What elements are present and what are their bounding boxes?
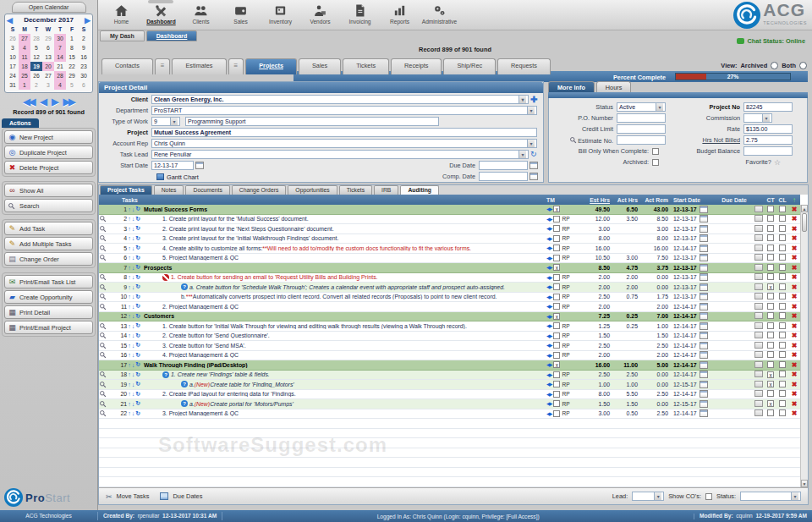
- tm-checkbox[interactable]: [553, 332, 560, 339]
- add-client-icon[interactable]: ✚: [530, 95, 537, 104]
- create-opportunity-button[interactable]: ▰Create Opportunity: [4, 290, 93, 304]
- move-up-icon[interactable]: ↑: [128, 410, 131, 416]
- task-row[interactable]: 4↑↓↻3. Create print layout for the 'Init…: [99, 234, 800, 245]
- chevron-down-icon[interactable]: ▾: [518, 96, 526, 103]
- delete-task-icon[interactable]: ✖: [788, 293, 800, 300]
- ct-checkbox[interactable]: x: [767, 283, 774, 290]
- calendar-day[interactable]: 2: [30, 80, 42, 90]
- cl-checkbox[interactable]: [779, 361, 786, 368]
- calendar-day[interactable]: 25: [19, 71, 30, 80]
- calendar-day[interactable]: 8: [66, 43, 78, 52]
- calendar-day[interactable]: 15: [66, 52, 78, 62]
- cl-checkbox[interactable]: [779, 245, 786, 251]
- calendar-day[interactable]: 3: [42, 80, 54, 90]
- hrs-not-billed-label[interactable]: Hrs Not Billed: [678, 136, 743, 144]
- calendar-icon[interactable]: [700, 342, 708, 349]
- task-detail-button[interactable]: [754, 245, 763, 251]
- calendar-day[interactable]: 30: [78, 71, 90, 80]
- nav-clients[interactable]: Clients: [181, 2, 221, 25]
- move-up-icon[interactable]: ↑: [128, 323, 131, 329]
- task-row[interactable]: 10↑↓↻b. ***Automatically converts prospe…: [99, 293, 800, 303]
- task-detail-button[interactable]: [754, 254, 763, 261]
- task-row[interactable]: 21↑↓↻?a. (New) Create portal for 'Motors…: [99, 399, 800, 409]
- calendar-icon[interactable]: [700, 245, 708, 252]
- ct-checkbox[interactable]: x: [767, 400, 774, 407]
- cl-checkbox[interactable]: [779, 400, 786, 407]
- task-row[interactable]: 2↑↓↻1. Create print layout for the 'Mutu…: [99, 215, 800, 225]
- move-up-icon[interactable]: ↑: [128, 391, 131, 397]
- record-next-button[interactable]: ▶: [52, 96, 57, 107]
- tab-project-tasks[interactable]: Project Tasks: [100, 185, 152, 195]
- print-email-project-button[interactable]: ▦Print/Email Project: [4, 321, 93, 334]
- task-detail-button[interactable]: [754, 342, 763, 349]
- duplicate-project-button[interactable]: ◎Duplicate Project: [4, 146, 93, 159]
- calendar-day[interactable]: 29: [42, 34, 54, 43]
- nav-reports[interactable]: Reports: [380, 2, 420, 25]
- move-down-icon[interactable]: ↓: [132, 216, 135, 222]
- calendar-icon[interactable]: [700, 351, 708, 359]
- move-down-icon[interactable]: ↓: [132, 274, 135, 280]
- task-group-row[interactable]: 1↑↓↻Mutual Success Forms◀▶x49.506.5043.0…: [99, 205, 800, 215]
- task-detail-button[interactable]: [754, 390, 763, 397]
- zoom-task-icon[interactable]: [99, 351, 110, 359]
- delete-task-icon[interactable]: ✖: [788, 312, 800, 320]
- move-up-icon[interactable]: ↑: [128, 332, 131, 338]
- col-act-rem[interactable]: Act Rem: [641, 197, 672, 203]
- move-down-icon[interactable]: ↓: [132, 304, 135, 310]
- move-down-icon[interactable]: ↓: [132, 401, 135, 407]
- ct-checkbox[interactable]: [767, 264, 774, 271]
- open-calendar-button[interactable]: Open Calendar: [12, 2, 86, 13]
- calendar-icon[interactable]: [700, 283, 708, 291]
- task-detail-button[interactable]: [754, 400, 763, 407]
- scrollbar-thumb[interactable]: [802, 213, 807, 232]
- tm-checkbox[interactable]: [553, 283, 560, 290]
- task-detail-button[interactable]: [754, 371, 763, 377]
- tm-arrows-icon[interactable]: ◀▶: [546, 372, 551, 377]
- move-down-icon[interactable]: ↓: [132, 382, 135, 387]
- cl-checkbox[interactable]: [779, 371, 786, 377]
- delete-task-icon[interactable]: ✖: [788, 371, 800, 378]
- calendar-icon[interactable]: [700, 322, 708, 330]
- client-combo[interactable]: Clean Green Energy, Inc.▾: [151, 95, 529, 104]
- calendar-day[interactable]: 27: [42, 71, 54, 80]
- delete-task-icon[interactable]: ✖: [788, 206, 800, 213]
- calendar-icon[interactable]: [700, 273, 708, 281]
- zoom-task-icon[interactable]: [99, 225, 110, 233]
- comp-date-field[interactable]: [479, 172, 528, 181]
- search-button[interactable]: Search: [4, 199, 93, 212]
- tm-checkbox[interactable]: [553, 235, 560, 242]
- zoom-task-icon[interactable]: [99, 400, 110, 408]
- tm-checkbox[interactable]: [553, 216, 560, 223]
- task-detail-button[interactable]: [754, 225, 763, 232]
- task-row[interactable]: 3↑↓↻2. Create print layout for the 'Next…: [99, 224, 800, 234]
- tab-opportunities[interactable]: Opportunities: [288, 185, 337, 195]
- calendar-icon[interactable]: [700, 371, 708, 378]
- task-detail-button[interactable]: [754, 283, 763, 290]
- show-cos-checkbox[interactable]: [705, 493, 712, 500]
- calendar-day[interactable]: 2: [78, 34, 90, 43]
- change-order-button[interactable]: ▤Change Order: [4, 252, 93, 266]
- move-down-icon[interactable]: ↓: [132, 265, 135, 271]
- move-down-icon[interactable]: ↓: [132, 332, 135, 338]
- zoom-task-icon[interactable]: [99, 245, 110, 252]
- credit-limit-field[interactable]: [617, 124, 666, 134]
- task-detail-button[interactable]: [754, 351, 763, 358]
- move-up-icon[interactable]: ↑: [128, 362, 131, 368]
- po-number-field[interactable]: [617, 113, 666, 123]
- cl-checkbox[interactable]: [779, 312, 786, 319]
- cl-checkbox[interactable]: [779, 322, 786, 329]
- tab-requests[interactable]: Requests: [497, 58, 551, 74]
- calendar-icon[interactable]: [700, 312, 708, 320]
- delete-task-icon[interactable]: ✖: [788, 245, 800, 252]
- tm-arrows-icon[interactable]: ◀▶: [546, 206, 551, 212]
- calendar-day[interactable]: 24: [7, 71, 19, 80]
- ct-checkbox[interactable]: x: [767, 381, 774, 387]
- delete-task-icon[interactable]: ✖: [788, 332, 800, 339]
- tm-checkbox[interactable]: x: [553, 313, 560, 320]
- due-dates-button[interactable]: Due Dates: [173, 492, 202, 500]
- move-down-icon[interactable]: ↓: [132, 235, 135, 241]
- col-start-date[interactable]: Start Date: [672, 197, 716, 203]
- tm-arrows-icon[interactable]: ◀▶: [546, 411, 551, 416]
- calendar-day[interactable]: 27: [19, 34, 30, 43]
- tm-arrows-icon[interactable]: ◀▶: [546, 314, 551, 319]
